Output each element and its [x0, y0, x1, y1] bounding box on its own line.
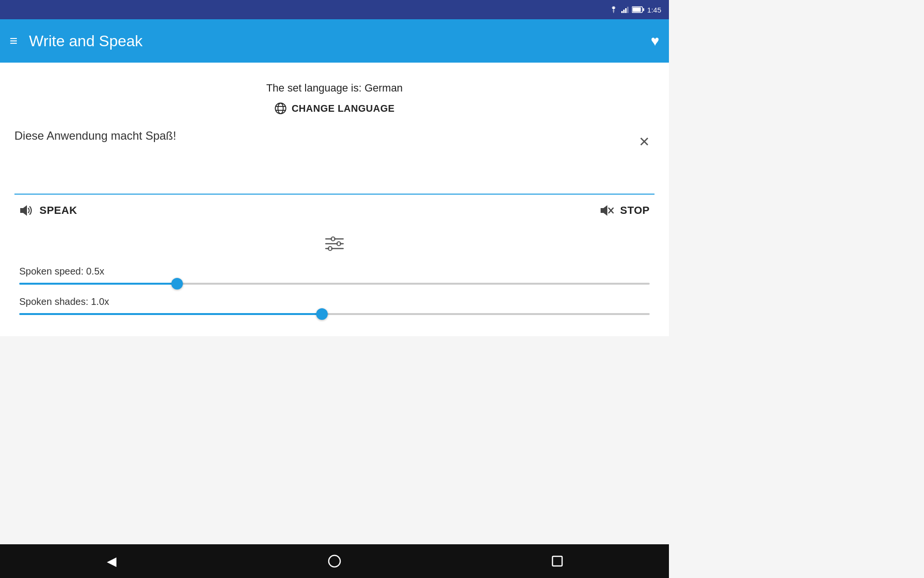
wifi-icon — [609, 6, 618, 13]
stop-label: STOP — [620, 204, 650, 217]
main-content: The set language is: German CHANGE LANGU… — [0, 63, 669, 336]
svg-marker-11 — [20, 205, 27, 216]
svg-rect-5 — [632, 8, 641, 12]
speak-label: SPEAK — [39, 204, 77, 217]
battery-icon — [632, 6, 644, 13]
app-bar: ≡ Write and Speak ♥ — [0, 19, 669, 63]
shades-slider-wrapper: Spoken shades: 1.0x — [19, 296, 650, 315]
app-bar-left: ≡ Write and Speak — [10, 32, 142, 50]
clear-icon[interactable]: ✕ — [639, 134, 650, 150]
favorite-icon[interactable]: ♥ — [651, 33, 659, 49]
speak-button[interactable]: SPEAK — [19, 204, 77, 217]
shades-label: Spoken shades: 1.0x — [19, 296, 650, 307]
svg-rect-6 — [643, 8, 644, 11]
change-language-button[interactable]: CHANGE LANGUAGE — [14, 102, 654, 115]
svg-rect-0 — [621, 11, 623, 13]
app-title: Write and Speak — [29, 32, 142, 50]
speak-stop-row: SPEAK STOP — [14, 204, 654, 217]
divider-line — [14, 194, 654, 195]
signal-icon — [621, 6, 629, 13]
hamburger-icon[interactable]: ≡ — [10, 34, 17, 48]
globe-icon — [274, 102, 287, 115]
status-bar: 1:45 — [0, 0, 669, 19]
speed-slider-track — [19, 283, 650, 285]
svg-marker-12 — [601, 205, 607, 216]
change-language-label: CHANGE LANGUAGE — [292, 103, 395, 114]
equalizer-icon[interactable] — [325, 236, 344, 251]
slider-section: Spoken speed: 0.5x Spoken shades: 1.0x — [14, 266, 654, 315]
svg-rect-1 — [623, 10, 625, 13]
stop-button[interactable]: STOP — [600, 204, 650, 217]
speed-label: Spoken speed: 0.5x — [19, 266, 650, 277]
shades-slider-track — [19, 313, 650, 315]
status-bar-icons: 1:45 — [609, 6, 661, 14]
speed-slider-wrapper: Spoken speed: 0.5x — [19, 266, 650, 285]
svg-point-8 — [278, 103, 283, 114]
text-area-section: ✕ — [14, 129, 654, 189]
equalizer-row — [14, 236, 654, 251]
language-info: The set language is: German — [14, 77, 654, 94]
mute-icon — [600, 204, 614, 217]
volume-icon — [19, 204, 34, 217]
svg-point-7 — [275, 103, 286, 114]
status-time: 1:45 — [647, 6, 661, 14]
svg-rect-2 — [625, 8, 627, 13]
text-input[interactable] — [14, 129, 654, 187]
svg-rect-3 — [627, 7, 629, 13]
